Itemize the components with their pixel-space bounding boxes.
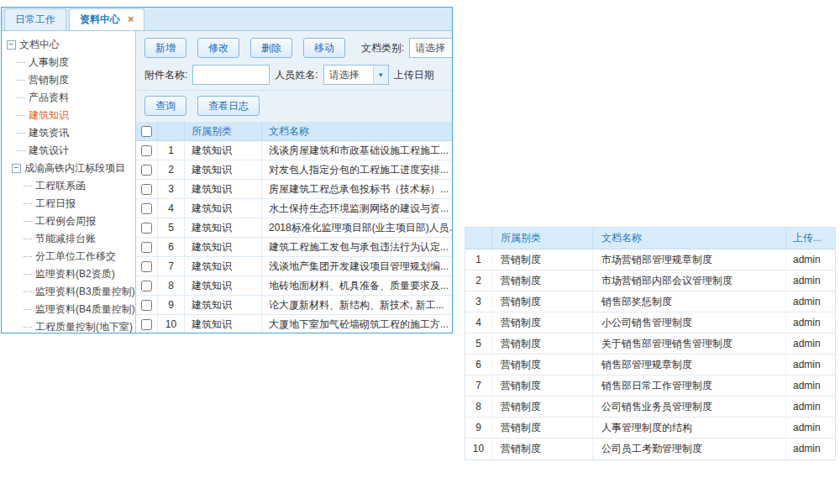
table-row[interactable]: 6 建筑知识 建筑工程施工发包与承包违法行为认定... (136, 238, 452, 257)
tree-item-label: 建筑知识 (29, 107, 69, 124)
row-checkbox[interactable] (141, 203, 152, 214)
row-checkbox[interactable] (141, 242, 152, 253)
tree-item-contact-letter[interactable]: 工程联系函 (2, 177, 135, 195)
table-row[interactable]: 5 营销制度 关于销售部管理销售管理制度 admin (465, 333, 835, 354)
tree-item-label: 监理资料(B3质量控制) (35, 283, 135, 301)
collapse-icon[interactable] (7, 40, 16, 50)
category-selected-value: 请选择 (410, 41, 452, 55)
tree-connector (17, 115, 25, 116)
tree-node-rail-project[interactable]: 成渝高铁内江标段项目 (2, 160, 135, 177)
tree-item-product[interactable]: 产品资料 (2, 89, 135, 107)
content-panel: 新增 修改 删除 移动 文档类别: 请选择 ▼ 文档 附件名称: (136, 31, 452, 333)
window-body: 文档中心 人事制度 营销制度 产品资料 建筑知识 (2, 31, 452, 333)
tree-connector (24, 239, 32, 239)
tree-connector (24, 327, 32, 328)
tree-connector (24, 291, 32, 292)
person-name-label: 人员姓名: (275, 68, 318, 82)
row-checkbox[interactable] (141, 319, 152, 330)
tree-item-quality-control-basement[interactable]: 工程质量控制(地下室) (2, 318, 135, 333)
table-row[interactable]: 9 建筑知识 论大厦新材料、新结构、新技术, 新工... (136, 296, 452, 315)
tree-item-work-handover[interactable]: 分工单位工作移交 (2, 248, 135, 265)
row-checkbox[interactable] (141, 184, 152, 195)
tree-item-label: 工程质量控制(地下室) (35, 318, 133, 333)
table-row[interactable]: 7 建筑知识 浅谈地产集团开发建设项目管理规划编... (136, 257, 452, 276)
row-checkbox[interactable] (141, 223, 152, 234)
tree-connector (24, 309, 32, 310)
tree-item-label: 工程联系函 (35, 177, 86, 195)
documents-table: 所属别类 文档名称 1 建筑知识 浅谈房屋建筑和市政基础设施工程施工... 2 … (136, 122, 452, 333)
table-row[interactable]: 10 建筑知识 大厦地下室加气砼墙砌筑工程的施工方... (136, 315, 452, 333)
tree-item-building-news[interactable]: 建筑资讯 (2, 124, 135, 142)
row-checkbox[interactable] (141, 165, 152, 176)
tree-item-label: 监理资料(B2资质) (35, 265, 115, 283)
collapse-icon[interactable] (12, 164, 21, 173)
tree-item-label: 监理资料(B4质量控制) (35, 301, 135, 318)
table-row[interactable]: 3 建筑知识 房屋建筑工程总承包投标书（技术标）... (136, 180, 452, 199)
move-button[interactable]: 移动 (303, 38, 345, 58)
toolbar-row: 新增 修改 删除 移动 文档类别: 请选择 ▼ 文档 (144, 38, 452, 58)
select-all-checkbox[interactable] (141, 126, 152, 137)
tree-item-supervision-b2[interactable]: 监理资料(B2资质) (2, 265, 135, 283)
tree-connector (24, 256, 32, 257)
table-row[interactable]: 3 营销制度 销售部奖惩制度 admin (465, 291, 835, 312)
tree-item-label: 人事制度 (29, 54, 69, 71)
tree-connector (17, 80, 25, 81)
table-row[interactable]: 2 营销制度 市场营销部内部会议管理制度 admin (465, 270, 835, 291)
table-row[interactable]: 4 营销制度 小公司销售管理制度 admin (465, 312, 835, 333)
tree-item-label: 工程日报 (35, 195, 76, 213)
tree-item-building-knowledge[interactable]: 建筑知识 (2, 107, 135, 124)
delete-button[interactable]: 删除 (250, 38, 292, 58)
tab-bar: 日常工作 资料中心 × (2, 8, 452, 31)
tree-item-energy-ledger[interactable]: 节能减排台账 (2, 230, 135, 248)
table-row[interactable]: 5 建筑知识 2018标准化监理项目部(业主项目部)人员... (136, 218, 452, 238)
person-selected-value: 请选择 (324, 68, 373, 82)
name-column-header: 文档名称 (262, 122, 452, 140)
number-column-header (465, 228, 492, 249)
tree-item-supervision-b3[interactable]: 监理资料(B3质量控制) (2, 283, 135, 301)
tree-item-personnel[interactable]: 人事制度 (2, 54, 135, 71)
view-log-button[interactable]: 查看日志 (197, 96, 260, 116)
tree-connector (17, 97, 25, 98)
table-row[interactable]: 1 营销制度 市场营销部管理规章制度 admin (465, 249, 835, 270)
category-select[interactable]: 请选择 ▼ (409, 38, 452, 58)
tree-item-marketing[interactable]: 营销制度 (2, 71, 135, 89)
query-button[interactable]: 查询 (144, 96, 186, 116)
table-row[interactable]: 8 营销制度 公司销售业务员管理制度 admin (465, 396, 835, 417)
tree-connector (24, 186, 32, 186)
tree-item-weekly-report[interactable]: 工程例会周报 (2, 213, 135, 230)
upload-column-header: 上传... (786, 228, 835, 249)
table-row[interactable]: 10 营销制度 公司员工考勤管理制度 admin (465, 438, 835, 459)
tree-item-building-design[interactable]: 建筑设计 (2, 142, 135, 160)
table-row[interactable]: 7 营销制度 销售部日常工作管理制度 admin (465, 375, 835, 396)
table-row[interactable]: 1 建筑知识 浅谈房屋建筑和市政基础设施工程施工... (136, 141, 452, 160)
tree-item-supervision-b4[interactable]: 监理资料(B4质量控制) (2, 301, 135, 318)
tab-data-center[interactable]: 资料中心 × (69, 8, 144, 30)
edit-button[interactable]: 修改 (197, 38, 239, 58)
person-select[interactable]: 请选择 ▼ (323, 65, 389, 85)
tree-item-label: 营销制度 (29, 71, 69, 89)
table-row[interactable]: 6 营销制度 销售部管理规章制度 admin (465, 354, 835, 375)
tree-item-label: 节能减排台账 (35, 230, 96, 248)
row-checkbox[interactable] (141, 281, 152, 291)
tree-connector (17, 150, 25, 151)
tree-item-daily-report[interactable]: 工程日报 (2, 195, 135, 213)
row-checkbox[interactable] (141, 300, 152, 311)
tree-connector (17, 133, 25, 134)
table-row[interactable]: 8 建筑知识 地砖地面材料、机具准备、质量要求及... (136, 276, 452, 296)
table-row[interactable]: 9 营销制度 人事管理制度的结构 admin (465, 417, 835, 438)
attachment-name-input[interactable] (192, 65, 270, 85)
table-row[interactable]: 4 建筑知识 水土保持生态环境监测网络的建设与资... (136, 199, 452, 218)
table-row[interactable]: 2 建筑知识 对发包人指定分包的工程施工进度安排... (136, 160, 452, 180)
query-row: 查询 查看日志 (136, 90, 452, 122)
close-icon[interactable]: × (128, 13, 134, 25)
chevron-down-icon: ▼ (373, 66, 388, 84)
row-checkbox[interactable] (141, 261, 152, 272)
row-checkbox[interactable] (141, 145, 152, 156)
tab-daily-work[interactable]: 日常工作 (4, 8, 66, 30)
tree-item-label: 建筑资讯 (29, 124, 69, 142)
filter-area: 新增 修改 删除 移动 文档类别: 请选择 ▼ 文档 附件名称: (136, 31, 452, 90)
screenshot-canvas: 日常工作 资料中心 × 文档中心 人事制度 营销制度 (0, 0, 840, 504)
tab-label: 日常工作 (15, 13, 55, 25)
add-button[interactable]: 新增 (144, 38, 186, 58)
tree-node-document-center[interactable]: 文档中心 (2, 36, 135, 54)
